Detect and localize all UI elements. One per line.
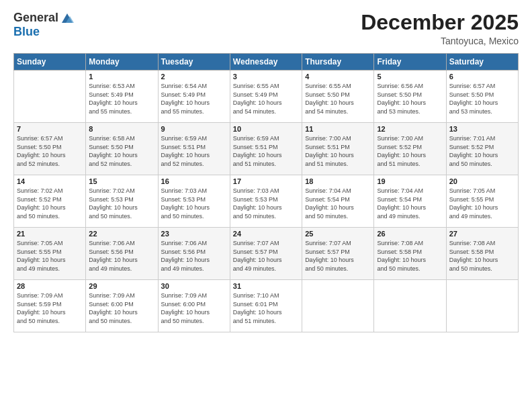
day-number: 17 <box>233 177 299 185</box>
calendar-table: SundayMondayTuesdayWednesdayThursdayFrid… <box>13 53 519 332</box>
location: Tantoyuca, Mexico <box>361 36 519 46</box>
day-info: Sunrise: 7:06 AM Sunset: 5:56 PM Dayligh… <box>161 239 227 273</box>
logo-blue: Blue <box>13 26 74 39</box>
day-number: 20 <box>449 177 515 185</box>
calendar-cell <box>374 280 446 332</box>
day-info: Sunrise: 7:06 AM Sunset: 5:56 PM Dayligh… <box>89 239 154 273</box>
day-info: Sunrise: 6:56 AM Sunset: 5:50 PM Dayligh… <box>377 82 443 116</box>
week-row-2: 7Sunrise: 6:57 AM Sunset: 5:50 PM Daylig… <box>14 123 519 175</box>
day-number: 8 <box>89 125 154 133</box>
calendar-cell: 18Sunrise: 7:04 AM Sunset: 5:54 PM Dayli… <box>302 175 374 228</box>
day-info: Sunrise: 7:02 AM Sunset: 5:53 PM Dayligh… <box>89 187 154 220</box>
day-number: 3 <box>233 73 299 81</box>
calendar-cell: 19Sunrise: 7:04 AM Sunset: 5:54 PM Dayli… <box>374 175 446 228</box>
day-number: 14 <box>17 177 83 185</box>
calendar-cell: 21Sunrise: 7:05 AM Sunset: 5:55 PM Dayli… <box>14 228 86 280</box>
logo-general: General <box>13 11 58 25</box>
day-header-wednesday: Wednesday <box>230 54 302 71</box>
day-number: 5 <box>377 73 443 81</box>
day-header-saturday: Saturday <box>446 54 518 71</box>
header: General Blue December 2025 Tantoyuca, Me… <box>13 11 519 46</box>
day-info: Sunrise: 7:03 AM Sunset: 5:53 PM Dayligh… <box>161 187 227 220</box>
calendar-cell: 31Sunrise: 7:10 AM Sunset: 6:01 PM Dayli… <box>230 280 302 332</box>
day-number: 31 <box>233 282 299 290</box>
day-number: 9 <box>161 125 227 133</box>
day-info: Sunrise: 7:00 AM Sunset: 5:52 PM Dayligh… <box>377 134 443 168</box>
day-number: 16 <box>161 177 227 185</box>
calendar-cell: 11Sunrise: 7:00 AM Sunset: 5:51 PM Dayli… <box>302 123 374 175</box>
day-info: Sunrise: 7:09 AM Sunset: 6:00 PM Dayligh… <box>89 291 154 325</box>
day-number: 29 <box>89 282 154 290</box>
calendar-cell: 12Sunrise: 7:00 AM Sunset: 5:52 PM Dayli… <box>374 123 446 175</box>
calendar-cell: 20Sunrise: 7:05 AM Sunset: 5:55 PM Dayli… <box>446 175 518 228</box>
calendar-cell: 27Sunrise: 7:08 AM Sunset: 5:58 PM Dayli… <box>446 228 518 280</box>
calendar-cell: 8Sunrise: 6:58 AM Sunset: 5:50 PM Daylig… <box>86 123 158 175</box>
calendar-cell: 10Sunrise: 6:59 AM Sunset: 5:51 PM Dayli… <box>230 123 302 175</box>
day-info: Sunrise: 7:00 AM Sunset: 5:51 PM Dayligh… <box>305 134 371 168</box>
day-info: Sunrise: 7:07 AM Sunset: 5:57 PM Dayligh… <box>305 239 371 273</box>
calendar-cell: 13Sunrise: 7:01 AM Sunset: 5:52 PM Dayli… <box>446 123 518 175</box>
week-row-5: 28Sunrise: 7:09 AM Sunset: 5:59 PM Dayli… <box>14 280 519 332</box>
day-number: 2 <box>161 73 227 81</box>
calendar-cell: 9Sunrise: 6:59 AM Sunset: 5:51 PM Daylig… <box>158 123 230 175</box>
calendar-cell: 16Sunrise: 7:03 AM Sunset: 5:53 PM Dayli… <box>158 175 230 228</box>
day-info: Sunrise: 7:09 AM Sunset: 6:00 PM Dayligh… <box>161 291 227 325</box>
day-number: 22 <box>89 230 154 238</box>
day-header-tuesday: Tuesday <box>158 54 230 71</box>
day-number: 30 <box>161 282 227 290</box>
day-number: 1 <box>89 73 154 81</box>
calendar-cell <box>302 280 374 332</box>
calendar-cell: 14Sunrise: 7:02 AM Sunset: 5:52 PM Dayli… <box>14 175 86 228</box>
day-number: 18 <box>305 177 371 185</box>
day-info: Sunrise: 6:55 AM Sunset: 5:49 PM Dayligh… <box>233 82 299 116</box>
day-info: Sunrise: 6:59 AM Sunset: 5:51 PM Dayligh… <box>233 134 299 168</box>
month-title: December 2025 <box>361 11 519 34</box>
calendar-cell: 17Sunrise: 7:03 AM Sunset: 5:53 PM Dayli… <box>230 175 302 228</box>
day-info: Sunrise: 7:09 AM Sunset: 5:59 PM Dayligh… <box>17 291 83 325</box>
day-info: Sunrise: 7:01 AM Sunset: 5:52 PM Dayligh… <box>449 134 515 168</box>
day-info: Sunrise: 7:07 AM Sunset: 5:57 PM Dayligh… <box>233 239 299 273</box>
calendar-cell <box>14 71 86 123</box>
day-number: 19 <box>377 177 443 185</box>
day-info: Sunrise: 7:05 AM Sunset: 5:55 PM Dayligh… <box>17 239 83 273</box>
day-number: 11 <box>305 125 371 133</box>
day-info: Sunrise: 6:58 AM Sunset: 5:50 PM Dayligh… <box>89 134 154 168</box>
day-number: 21 <box>17 230 83 238</box>
title-block: December 2025 Tantoyuca, Mexico <box>361 11 519 46</box>
calendar-cell <box>446 280 518 332</box>
day-info: Sunrise: 7:02 AM Sunset: 5:52 PM Dayligh… <box>17 187 83 220</box>
week-row-4: 21Sunrise: 7:05 AM Sunset: 5:55 PM Dayli… <box>14 228 519 280</box>
day-number: 6 <box>449 73 515 81</box>
day-number: 7 <box>17 125 83 133</box>
calendar-cell: 4Sunrise: 6:55 AM Sunset: 5:50 PM Daylig… <box>302 71 374 123</box>
calendar-cell: 29Sunrise: 7:09 AM Sunset: 6:00 PM Dayli… <box>86 280 158 332</box>
day-number: 12 <box>377 125 443 133</box>
day-header-friday: Friday <box>374 54 446 71</box>
week-row-1: 1Sunrise: 6:53 AM Sunset: 5:49 PM Daylig… <box>14 71 519 123</box>
day-info: Sunrise: 6:59 AM Sunset: 5:51 PM Dayligh… <box>161 134 227 168</box>
header-row: SundayMondayTuesdayWednesdayThursdayFrid… <box>14 54 519 71</box>
day-info: Sunrise: 7:08 AM Sunset: 5:58 PM Dayligh… <box>449 239 515 273</box>
calendar-cell: 28Sunrise: 7:09 AM Sunset: 5:59 PM Dayli… <box>14 280 86 332</box>
calendar-cell: 1Sunrise: 6:53 AM Sunset: 5:49 PM Daylig… <box>86 71 158 123</box>
page: General Blue December 2025 Tantoyuca, Me… <box>0 0 532 411</box>
day-info: Sunrise: 7:08 AM Sunset: 5:58 PM Dayligh… <box>377 239 443 273</box>
calendar-cell: 24Sunrise: 7:07 AM Sunset: 5:57 PM Dayli… <box>230 228 302 280</box>
day-number: 24 <box>233 230 299 238</box>
calendar-cell: 26Sunrise: 7:08 AM Sunset: 5:58 PM Dayli… <box>374 228 446 280</box>
week-row-3: 14Sunrise: 7:02 AM Sunset: 5:52 PM Dayli… <box>14 175 519 228</box>
calendar-cell: 15Sunrise: 7:02 AM Sunset: 5:53 PM Dayli… <box>86 175 158 228</box>
day-info: Sunrise: 7:10 AM Sunset: 6:01 PM Dayligh… <box>233 291 299 325</box>
logo: General Blue <box>13 11 74 39</box>
calendar-cell: 7Sunrise: 6:57 AM Sunset: 5:50 PM Daylig… <box>14 123 86 175</box>
day-info: Sunrise: 7:03 AM Sunset: 5:53 PM Dayligh… <box>233 187 299 220</box>
day-header-thursday: Thursday <box>302 54 374 71</box>
day-info: Sunrise: 6:54 AM Sunset: 5:49 PM Dayligh… <box>161 82 227 116</box>
day-number: 10 <box>233 125 299 133</box>
calendar-cell: 22Sunrise: 7:06 AM Sunset: 5:56 PM Dayli… <box>86 228 158 280</box>
calendar-cell: 5Sunrise: 6:56 AM Sunset: 5:50 PM Daylig… <box>374 71 446 123</box>
day-info: Sunrise: 6:53 AM Sunset: 5:49 PM Dayligh… <box>89 82 154 116</box>
day-header-sunday: Sunday <box>14 54 86 71</box>
day-number: 4 <box>305 73 371 81</box>
calendar-cell: 30Sunrise: 7:09 AM Sunset: 6:00 PM Dayli… <box>158 280 230 332</box>
